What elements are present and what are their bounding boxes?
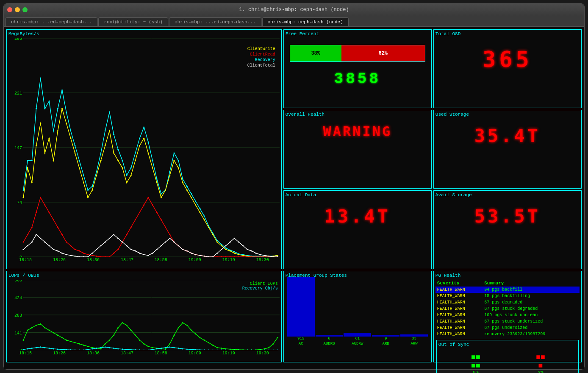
pg-health-panel: PG Health Severity Summary HEALTH_WARN94… xyxy=(433,271,582,362)
misplaced-pct: 9% xyxy=(464,370,487,373)
pg-health-row: HEALTH_WARNrecovery 233923/10987299 xyxy=(435,331,580,337)
misplaced-icon: ■■■■ xyxy=(464,353,487,370)
iops-legend: Client IOPs Recovery Obj/s xyxy=(242,281,278,291)
total-osd-panel: Total OSD 365 xyxy=(433,29,582,108)
avail-storage-value: 53.5T xyxy=(435,199,580,234)
pg-health-body: HEALTH_WARN94 pgs backfillHEALTH_WARN15 … xyxy=(435,287,580,337)
legend-client-iops: Client IOPs xyxy=(242,281,278,286)
tab-bar: chris-mbp: ...ed-ceph-dash... root@utili… xyxy=(4,16,584,27)
window-chrome: 1. chris@chris-mbp: ceph-dash (node) chr… xyxy=(3,3,585,370)
actual-data-value: 13.4T xyxy=(286,199,430,234)
legend-recovery: Recovery xyxy=(247,58,275,62)
iops-x-labels: 18:15 18:26 18:36 18:47 18:58 19:09 19:1… xyxy=(8,351,280,356)
pg-health-table: Severity Summary HEALTH_WARN94 pgs backf… xyxy=(435,280,580,337)
bar xyxy=(344,333,371,337)
bar-item: 9ARB xyxy=(372,335,399,346)
overall-health-value: WARNING xyxy=(286,119,430,145)
used-storage-panel: Used Storage 35.4T xyxy=(433,110,582,189)
maximize-button[interactable] xyxy=(22,7,28,12)
free-percent-panel: Free Percent 38% 62% 3858 xyxy=(283,29,432,108)
window-buttons xyxy=(7,7,28,12)
free-bar-green: 38% xyxy=(290,45,341,61)
pg-states-chart: 915AC6AUDRB61AUDRW9ARB33ARW xyxy=(286,280,430,348)
dashboard: MegaBytes/s ClientWrite ClientRead Recov… xyxy=(4,27,584,369)
pg-health-row: HEALTH_WARN94 pgs backfill xyxy=(435,287,580,293)
degraded-item: ■■■ 2% Degraded xyxy=(530,353,551,373)
tab-3[interactable]: chris-mbp: ceph-dash (node) xyxy=(262,17,349,26)
legend-clienttotal: ClientTotal xyxy=(247,63,275,68)
bar-item: 61AUDRW xyxy=(344,333,371,346)
minimize-button[interactable] xyxy=(15,7,20,12)
used-storage-value: 35.4T xyxy=(435,119,580,153)
avail-storage-panel: Avail Storage 53.5T xyxy=(433,190,582,269)
iops-chart xyxy=(8,280,280,350)
title-bar: 1. chris@chris-mbp: ceph-dash (node) xyxy=(4,4,584,16)
bar-item: 6AUDRB xyxy=(316,335,343,346)
legend-clientwrite: ClientWrite xyxy=(247,47,275,51)
out-of-sync-panel: Out of Sync ■■■■ 9% Misplaced ■■■ 2% Deg… xyxy=(436,340,579,373)
misplaced-item: ■■■■ 9% Misplaced xyxy=(464,353,487,373)
tab-0[interactable]: chris-mbp: ...ed-ceph-dash... xyxy=(6,17,97,26)
free-percent-value: 3858 xyxy=(286,70,430,88)
close-button[interactable] xyxy=(7,7,12,12)
window-title: 1. chris@chris-mbp: ceph-dash (node) xyxy=(239,7,349,13)
free-bar-red: 62% xyxy=(341,45,425,61)
out-of-sync-title: Out of Sync xyxy=(438,342,577,347)
pg-health-row: HEALTH_WARN15 pgs backfilling xyxy=(435,293,580,299)
tab-2[interactable]: chris-mbp: ...ed-ceph-dash... xyxy=(169,17,261,26)
bar xyxy=(287,277,315,337)
megabytes-chart xyxy=(8,38,280,257)
pg-health-row: HEALTH_WARN67 pgs degraded xyxy=(435,299,580,306)
iops-panel: IOPs / OBJs Client IOPs Recovery Obj/s 1… xyxy=(6,271,282,362)
free-bar: 38% 62% xyxy=(290,45,425,62)
bar-item: 33ARW xyxy=(400,334,428,346)
pg-states-panel: Placement Group States 915AC6AUDRB61AUDR… xyxy=(283,271,432,362)
total-osd-title: Total OSD xyxy=(435,31,580,36)
used-storage-title: Used Storage xyxy=(435,112,580,117)
pg-health-row: HEALTH_WARN67 pgs undersized xyxy=(435,325,580,331)
summary-header: Summary xyxy=(483,280,580,287)
megabytes-x-labels: 18:15 18:26 18:36 18:47 18:58 19:09 19:1… xyxy=(8,258,280,262)
out-of-sync-content: ■■■■ 9% Misplaced ■■■ 2% Degraded xyxy=(438,349,577,373)
megabytes-title: MegaBytes/s xyxy=(8,31,280,36)
legend-recovery-objs: Recovery Obj/s xyxy=(242,286,278,291)
megabytes-panel: MegaBytes/s ClientWrite ClientRead Recov… xyxy=(6,29,282,269)
actual-data-panel: Actual Data 13.4T xyxy=(283,190,432,269)
degraded-pct: 2% xyxy=(530,370,551,373)
tab-1[interactable]: root@utility: ~ (ssh) xyxy=(98,17,168,26)
pg-health-title: PG Health xyxy=(435,273,580,278)
pg-health-row: HEALTH_WARN67 pgs stuck degraded xyxy=(435,306,580,312)
bar-item: 915AC xyxy=(287,277,315,346)
total-osd-value: 365 xyxy=(435,38,580,81)
pg-health-row: HEALTH_WARN109 pgs stuck unclean xyxy=(435,312,580,318)
severity-header: Severity xyxy=(435,280,483,287)
pg-health-row: HEALTH_WARN67 pgs stuck undersized xyxy=(435,318,580,325)
megabytes-legend: ClientWrite ClientRead Recovery ClientTo… xyxy=(247,47,275,69)
legend-clientread: ClientRead xyxy=(247,52,275,57)
actual-data-title: Actual Data xyxy=(286,192,430,198)
degraded-icon: ■■■ xyxy=(530,353,551,370)
iops-title: IOPs / OBJs xyxy=(8,273,280,278)
free-percent-title: Free Percent xyxy=(286,31,430,36)
overall-health-panel: Overall Health WARNING xyxy=(283,110,432,189)
avail-storage-title: Avail Storage xyxy=(435,192,580,198)
overall-health-title: Overall Health xyxy=(286,112,430,117)
